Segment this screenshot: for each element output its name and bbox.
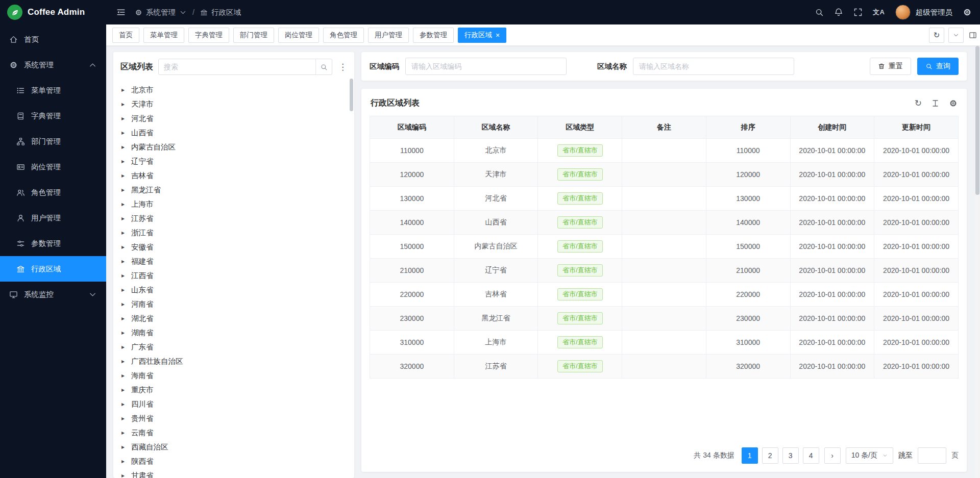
column-header[interactable]: 区域名称	[454, 116, 538, 139]
region-code-input[interactable]	[405, 58, 567, 75]
caret-right-icon[interactable]: ▸	[121, 201, 127, 207]
gear-icon[interactable]	[949, 99, 958, 108]
tab[interactable]: 字典管理 ×	[188, 28, 229, 43]
user-name[interactable]: 超级管理员	[916, 8, 953, 17]
column-header[interactable]: 创建时间	[790, 116, 874, 139]
caret-right-icon[interactable]: ▸	[121, 272, 127, 279]
sidebar-collapse-icon[interactable]	[116, 8, 126, 17]
caret-right-icon[interactable]: ▸	[121, 387, 127, 393]
search-icon[interactable]	[315, 59, 332, 74]
caret-right-icon[interactable]: ▸	[121, 230, 127, 236]
tree-search-input[interactable]	[159, 63, 315, 71]
caret-right-icon[interactable]: ▸	[121, 287, 127, 293]
sidebar-group-monitor[interactable]: 系统监控	[0, 282, 106, 307]
caret-right-icon[interactable]: ▸	[121, 330, 127, 336]
caret-right-icon[interactable]: ▸	[121, 358, 127, 364]
tree-item[interactable]: ▸ 四川省	[114, 397, 354, 411]
sidebar-item-dept-management[interactable]: 部门管理	[0, 129, 106, 154]
tree-item[interactable]: ▸ 北京市	[114, 83, 354, 97]
sidebar-item-dict-management[interactable]: 字典管理	[0, 103, 106, 129]
reset-button[interactable]: 重置	[870, 58, 911, 75]
table-row[interactable]: 310000 上海市 省市/直辖市 310000 2020-10-01 00:0…	[370, 331, 959, 355]
page-button[interactable]: 3	[782, 447, 799, 464]
tree-item[interactable]: ▸ 山东省	[114, 283, 354, 297]
tree-item[interactable]: ▸ 吉林省	[114, 168, 354, 183]
tab[interactable]: 菜单管理 ×	[143, 28, 184, 43]
tree-item[interactable]: ▸ 天津市	[114, 97, 354, 111]
tree-item[interactable]: ▸ 福建省	[114, 254, 354, 268]
sidebar-item-post-management[interactable]: 岗位管理	[0, 154, 106, 180]
tab[interactable]: 岗位管理 ×	[278, 28, 319, 43]
sidebar-item-user-management[interactable]: 用户管理	[0, 205, 106, 231]
search-button[interactable]: 查询	[917, 58, 959, 75]
caret-right-icon[interactable]: ▸	[121, 458, 127, 464]
tree-scrollbar-thumb[interactable]	[350, 79, 353, 111]
tab[interactable]: 参数管理 ×	[413, 28, 454, 43]
tree-item[interactable]: ▸ 贵州省	[114, 411, 354, 425]
table-row[interactable]: 120000 天津市 省市/直辖市 120000 2020-10-01 00:0…	[370, 163, 959, 187]
panel-toggle-icon[interactable]	[969, 31, 977, 39]
tree-item[interactable]: ▸ 湖南省	[114, 325, 354, 340]
caret-right-icon[interactable]: ▸	[121, 372, 127, 379]
caret-right-icon[interactable]: ▸	[121, 472, 127, 478]
caret-right-icon[interactable]: ▸	[121, 444, 127, 450]
tree-item[interactable]: ▸ 陕西省	[114, 454, 354, 468]
tree-item[interactable]: ▸ 河北省	[114, 111, 354, 125]
column-header[interactable]: 更新时间	[874, 116, 959, 139]
tree-scrollbar[interactable]	[350, 79, 353, 476]
tab-close-icon[interactable]: ×	[496, 32, 500, 39]
tree-item[interactable]: ▸ 广东省	[114, 340, 354, 354]
table-row[interactable]: 210000 辽宁省 省市/直辖市 210000 2020-10-01 00:0…	[370, 259, 959, 283]
table-row[interactable]: 230000 黑龙江省 省市/直辖市 230000 2020-10-01 00:…	[370, 307, 959, 331]
tree-item[interactable]: ▸ 江苏省	[114, 211, 354, 225]
refresh-icon[interactable]: ↻	[929, 28, 944, 43]
page-button[interactable]: 2	[762, 447, 778, 464]
translate-icon[interactable]: 文A	[873, 8, 885, 17]
avatar[interactable]	[895, 5, 911, 20]
region-name-input[interactable]	[633, 58, 794, 75]
caret-right-icon[interactable]: ▸	[121, 187, 127, 193]
tree-item[interactable]: ▸ 广西壮族自治区	[114, 354, 354, 368]
sidebar-group-system[interactable]: 系统管理	[0, 52, 106, 78]
tree-item[interactable]: ▸ 山西省	[114, 125, 354, 140]
sidebar-item-menu-management[interactable]: 菜单管理	[0, 78, 106, 103]
tree-item[interactable]: ▸ 江西省	[114, 268, 354, 283]
column-header[interactable]: 区域类型	[538, 116, 622, 139]
caret-right-icon[interactable]: ▸	[121, 87, 127, 93]
sidebar-item-param-management[interactable]: 参数管理	[0, 231, 106, 256]
next-page-button[interactable]: ›	[824, 447, 841, 464]
window-scrollbar-thumb[interactable]	[975, 46, 979, 195]
table-row[interactable]: 320000 江苏省 省市/直辖市 320000 2020-10-01 00:0…	[370, 355, 959, 379]
caret-right-icon[interactable]: ▸	[121, 258, 127, 264]
jump-page-input[interactable]	[918, 447, 946, 464]
sidebar-item-home[interactable]: 首页	[0, 27, 106, 52]
table-row[interactable]: 150000 内蒙古自治区 省市/直辖市 150000 2020-10-01 0…	[370, 235, 959, 259]
table-row[interactable]: 130000 河北省 省市/直辖市 130000 2020-10-01 00:0…	[370, 187, 959, 211]
tree-item[interactable]: ▸ 湖北省	[114, 311, 354, 325]
caret-right-icon[interactable]: ▸	[121, 244, 127, 250]
tree-item[interactable]: ▸ 上海市	[114, 197, 354, 211]
breadcrumb-section[interactable]: 系统管理	[146, 8, 176, 17]
refresh-icon[interactable]: ↻	[915, 99, 922, 108]
tree-item[interactable]: ▸ 安徽省	[114, 240, 354, 254]
caret-right-icon[interactable]: ▸	[121, 415, 127, 421]
tab[interactable]: 首页 ×	[112, 28, 139, 43]
tree-item[interactable]: ▸ 海南省	[114, 368, 354, 383]
caret-right-icon[interactable]: ▸	[121, 301, 127, 307]
fullscreen-icon[interactable]	[853, 8, 863, 17]
tab[interactable]: 行政区域 ×	[458, 28, 506, 43]
caret-right-icon[interactable]: ▸	[121, 144, 127, 150]
column-settings-icon[interactable]	[931, 99, 940, 108]
more-options-icon[interactable]: ⋮	[337, 63, 348, 71]
tree-item[interactable]: ▸ 浙江省	[114, 225, 354, 240]
column-header[interactable]: 区域编码	[370, 116, 454, 139]
table-row[interactable]: 220000 吉林省 省市/直辖市 220000 2020-10-01 00:0…	[370, 283, 959, 307]
tab[interactable]: 用户管理 ×	[368, 28, 409, 43]
sidebar-item-region[interactable]: 行政区域	[0, 256, 106, 282]
tree-item[interactable]: ▸ 甘肃省	[114, 468, 354, 478]
table-row[interactable]: 140000 山西省 省市/直辖市 140000 2020-10-01 00:0…	[370, 211, 959, 235]
window-scrollbar[interactable]	[975, 46, 979, 478]
column-header[interactable]: 备注	[622, 116, 706, 139]
tree-item[interactable]: ▸ 河南省	[114, 297, 354, 311]
caret-right-icon[interactable]: ▸	[121, 130, 127, 136]
